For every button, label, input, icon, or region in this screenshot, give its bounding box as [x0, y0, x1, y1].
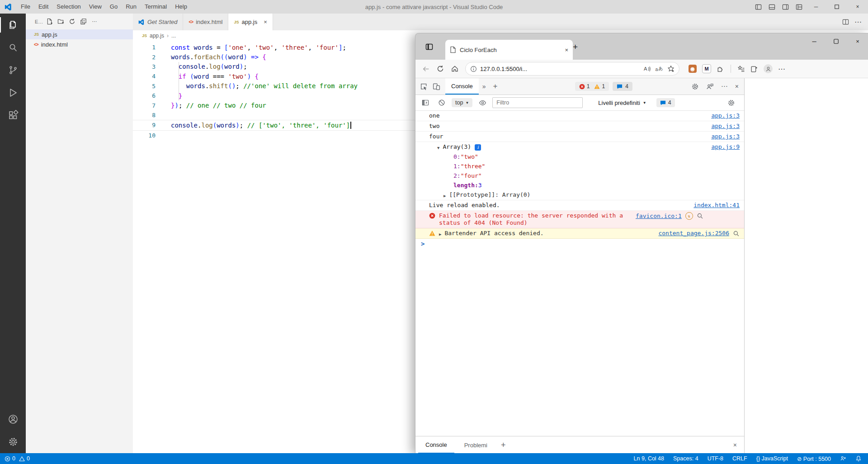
search-in-network-icon[interactable]	[697, 213, 703, 219]
drawer-add-tab-icon[interactable]: +	[495, 436, 512, 454]
refresh-page-icon[interactable]	[434, 63, 446, 75]
translate-icon[interactable]: aあ	[655, 66, 663, 72]
status-segment-0[interactable]: Ln 9, Col 48	[634, 455, 664, 462]
devtools-more-icon[interactable]: ⋯	[721, 82, 728, 90]
extension-1-icon[interactable]: ◉	[689, 65, 697, 73]
device-toolbar-icon[interactable]	[430, 78, 443, 95]
browser-tab-title[interactable]: Ciclo ForEach	[460, 47, 497, 53]
file-item-index.html[interactable]: <>index.html	[26, 39, 133, 49]
tab-close-icon[interactable]: ×	[565, 47, 568, 53]
log-levels-selector[interactable]: Livelli predefiniti ▼	[598, 99, 646, 106]
devtools-feedback-icon[interactable]	[706, 83, 714, 90]
collapse-folders-icon[interactable]	[80, 18, 87, 25]
source-link[interactable]: app.js:3	[711, 133, 740, 140]
console-prompt[interactable]: >	[415, 239, 744, 249]
menu-help[interactable]: Help	[171, 3, 191, 10]
favorite-star-icon[interactable]	[667, 65, 675, 72]
editor-tab-index.html[interactable]: <>index.html	[183, 14, 228, 30]
source-control-icon[interactable]	[0, 59, 26, 81]
status-segment-2[interactable]: UTF-8	[708, 455, 723, 462]
menu-file[interactable]: File	[17, 3, 34, 10]
drawer-tab-console[interactable]: Console	[418, 436, 454, 454]
source-link[interactable]: app.js:3	[711, 123, 740, 130]
favorites-hub-icon[interactable]	[737, 65, 745, 73]
breadcrumb-file[interactable]: app.js	[150, 33, 164, 39]
profile-avatar[interactable]	[764, 64, 773, 73]
search-icon[interactable]	[0, 36, 26, 59]
search-icon[interactable]	[733, 230, 740, 237]
split-editor-icon[interactable]	[842, 19, 849, 25]
menu-selection[interactable]: Selection	[52, 3, 85, 10]
vscode-minimize-button[interactable]: ─	[806, 0, 826, 14]
file-item-app.js[interactable]: JSapp.js	[26, 29, 133, 39]
source-link[interactable]: app.js:9	[711, 143, 740, 151]
editor-tab-app.js[interactable]: JSapp.js×	[228, 14, 273, 30]
browser-tab[interactable]: Ciclo ForEach ×	[445, 40, 573, 60]
inspect-element-icon[interactable]	[417, 78, 430, 95]
value-info-icon[interactable]: i	[475, 144, 481, 151]
messages-filter-badge[interactable]: 4	[656, 98, 675, 107]
browser-settings-more-icon[interactable]: ⋯	[778, 65, 785, 73]
new-file-icon[interactable]	[46, 18, 53, 25]
new-tab-button[interactable]: +	[573, 43, 578, 51]
status-code-icon[interactable]: ⇅	[685, 212, 693, 220]
collections-icon[interactable]	[750, 65, 758, 73]
devtools-console-tab[interactable]: Console	[445, 78, 479, 95]
read-aloud-icon[interactable]: A	[643, 66, 651, 72]
remote-icon[interactable]	[840, 455, 846, 462]
toggle-sidebar-icon[interactable]	[751, 0, 765, 14]
menu-view[interactable]: View	[85, 3, 106, 10]
add-tool-icon[interactable]: +	[490, 78, 501, 95]
extension-m-icon[interactable]: M	[702, 64, 711, 73]
explorer-icon[interactable]	[0, 14, 26, 36]
url-text[interactable]: 127.0.0.1:5500/i...	[480, 66, 527, 72]
explorer-more-actions-icon[interactable]: ⋯	[91, 18, 98, 25]
breadcrumb-more[interactable]: ...	[171, 33, 176, 39]
status-segment-1[interactable]: Spaces: 4	[673, 455, 698, 462]
settings-gear-icon[interactable]	[0, 431, 26, 453]
vscode-close-button[interactable]: ×	[847, 0, 868, 14]
issues-badges[interactable]: 1 1	[575, 82, 609, 91]
messages-badge[interactable]: 4	[613, 82, 632, 91]
context-selector[interactable]: top ▼	[452, 98, 472, 107]
source-link[interactable]: favicon.ico:1	[636, 213, 682, 220]
source-link[interactable]: content_page.js:2506	[658, 230, 729, 237]
editor-more-actions-icon[interactable]: ⋯	[854, 18, 862, 26]
browser-maximize-button[interactable]	[825, 33, 847, 49]
problems-status[interactable]: 0 0	[5, 455, 30, 462]
filter-input[interactable]	[492, 97, 583, 108]
back-icon[interactable]	[420, 63, 432, 75]
status-segment-4[interactable]: {} JavaScript	[756, 455, 788, 462]
more-tabs-icon[interactable]: »	[479, 78, 490, 95]
menu-terminal[interactable]: Terminal	[141, 3, 171, 10]
tab-actions-menu-icon[interactable]	[425, 43, 433, 50]
source-link[interactable]: app.js:3	[711, 112, 740, 119]
drawer-tab-problemi[interactable]: Problemi	[457, 436, 495, 454]
menu-edit[interactable]: Edit	[34, 3, 52, 10]
drawer-close-icon[interactable]: ×	[733, 436, 744, 454]
account-icon[interactable]	[0, 408, 26, 431]
menu-run[interactable]: Run	[122, 3, 141, 10]
toggle-secondary-sidebar-icon[interactable]	[778, 0, 792, 14]
devtools-settings-gear-icon[interactable]	[691, 83, 699, 90]
expand-caret-icon[interactable]: ▼	[437, 144, 439, 152]
vscode-maximize-button[interactable]	[826, 0, 847, 14]
status-segment-5[interactable]: ⊘ Port : 5500	[797, 455, 831, 462]
notifications-bell-icon[interactable]	[855, 455, 862, 462]
run-debug-icon[interactable]	[0, 81, 26, 104]
customize-layout-icon[interactable]	[792, 0, 806, 14]
console-settings-gear-icon[interactable]	[727, 99, 741, 107]
expand-caret-icon[interactable]: ▶	[443, 192, 446, 199]
menu-go[interactable]: Go	[106, 3, 122, 10]
devtools-close-icon[interactable]: ×	[735, 83, 739, 90]
expand-caret-icon[interactable]: ▶	[439, 231, 441, 238]
editor-tab-get-started[interactable]: Get Started	[133, 14, 183, 30]
toggle-panel-icon[interactable]	[765, 0, 778, 14]
refresh-icon[interactable]	[68, 18, 75, 25]
status-segment-3[interactable]: CRLF	[732, 455, 747, 462]
extensions-icon[interactable]	[0, 104, 26, 127]
home-icon[interactable]	[449, 63, 461, 75]
live-expression-eye-icon[interactable]	[476, 99, 489, 107]
site-info-icon[interactable]	[470, 66, 477, 72]
clear-console-icon[interactable]	[435, 99, 448, 106]
